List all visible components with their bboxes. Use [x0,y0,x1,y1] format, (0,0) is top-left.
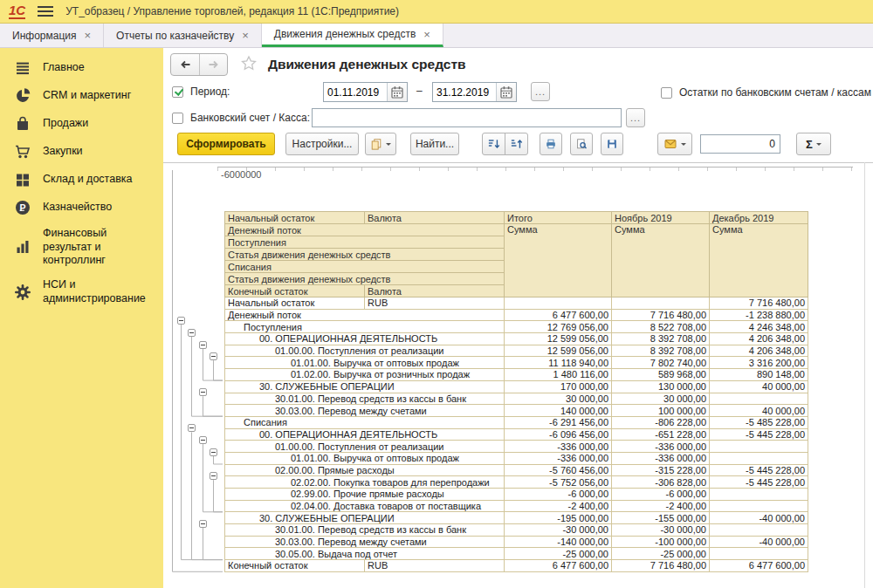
row-label-cell[interactable]: 01.00.00. Поступления от реализации [225,345,505,357]
collapse-group-button[interactable] [199,436,207,444]
value-cell[interactable]: -40 000,00 [710,512,808,524]
generate-report-button[interactable]: Сформировать [177,133,275,155]
value-cell[interactable]: 100 000,00 [612,405,710,417]
row-label-cell[interactable]: 01.02.00. Выручка от розничных продаж [225,369,505,381]
value-cell[interactable]: 40 000,00 [710,405,808,417]
collapse-group-button[interactable] [199,388,207,396]
header-cell[interactable]: Сумма [612,224,710,297]
value-cell[interactable]: 4 206 348,00 [710,345,808,357]
value-cell[interactable]: 6 477 600,00 [710,560,808,572]
row-label-cell[interactable]: 00. ОПЕРАЦИОННАЯ ДЕЯТЕЛЬНОСТЬ [225,333,505,345]
value-cell[interactable]: -5 485 228,00 [710,416,808,428]
value-cell[interactable] [710,524,808,537]
value-cell[interactable]: 7 802 740,00 [612,357,710,369]
sort-descending-button[interactable] [482,133,505,155]
value-cell[interactable]: -6 096 456,00 [505,428,612,441]
value-cell[interactable]: -336 000,00 [612,441,710,453]
row-label-cell[interactable]: 30. СЛУЖЕБНЫЕ ОПЕРАЦИИ [225,380,505,393]
close-tab-icon[interactable]: × [242,30,249,41]
back-button[interactable] [171,54,199,75]
value-cell[interactable]: -6 000,00 [612,489,710,501]
header-cell[interactable]: Поступления [225,236,505,249]
sidebar-item-1[interactable]: Главное [0,54,163,82]
header-cell[interactable]: Валюта [365,285,505,297]
value-cell[interactable]: 4 246 348,00 [710,321,808,333]
value-cell[interactable]: -5 445 228,00 [710,464,808,476]
row-label-cell[interactable]: 02.00.00. Прямые расходы [225,464,505,476]
value-cell[interactable]: -100 000,00 [612,536,710,548]
value-cell[interactable]: -5 445 228,00 [710,476,808,489]
value-cell[interactable] [710,452,808,464]
value-cell[interactable]: 8 392 708,00 [612,333,710,345]
header-cell[interactable]: Списания [225,261,505,273]
sum-button[interactable]: Σ [796,133,831,155]
value-cell[interactable]: 4 206 348,00 [710,333,808,345]
value-cell[interactable]: -306 828,00 [612,476,710,489]
balances-checkbox[interactable]: Остатки по банковским счетам / кассам [661,82,871,103]
row-label-cell[interactable]: 30.01.00. Перевод средств из кассы в бан… [225,524,505,537]
main-menu-icon[interactable] [38,6,53,17]
value-cell[interactable]: -140 000,00 [505,536,612,548]
value-cell[interactable]: -195 000,00 [505,512,612,524]
header-cell[interactable]: Валюта [365,212,505,224]
collapse-group-button[interactable] [210,448,217,456]
report-settings-button[interactable]: Настройки... [285,133,359,155]
value-cell[interactable]: -6 000,00 [505,489,612,501]
value-cell[interactable]: 12 599 056,00 [505,345,612,357]
row-label-cell[interactable]: 02.04.00. Доставка товаров от поставщика [225,500,505,512]
period-checkbox[interactable]: Период: [172,81,230,102]
header-cell[interactable]: Сумма [710,224,808,297]
scroll-area-divider[interactable] [864,162,865,588]
close-tab-icon[interactable]: × [423,29,430,40]
row-label-cell[interactable]: 30.03.00. Перевод между счетами [225,405,505,417]
value-cell[interactable]: -6 291 456,00 [505,416,612,428]
value-cell[interactable]: 40 000,00 [710,380,808,393]
currency-cell[interactable]: RUB [365,560,505,572]
sidebar-item-8[interactable]: НСИ и администрирование [0,273,163,311]
value-cell[interactable]: -5 752 056,00 [505,476,612,489]
account-input[interactable] [312,108,622,127]
value-cell[interactable] [612,297,710,310]
row-label-cell[interactable]: 02.99.00. Прочие прямые расходы [225,489,505,501]
favorite-star-icon[interactable] [240,55,258,74]
currency-cell[interactable]: RUB [365,297,505,310]
value-cell[interactable] [710,393,808,405]
value-cell[interactable]: -40 000,00 [710,536,808,548]
collapse-group-button[interactable] [188,329,196,337]
row-label-cell[interactable]: 00. ОПЕРАЦИОННАЯ ДЕЯТЕЛЬНОСТЬ [225,428,505,441]
row-label-cell[interactable]: 30.01.00. Перевод средств из кассы в бан… [225,393,505,405]
counter-field[interactable] [700,134,780,154]
period-to-input[interactable] [433,86,496,99]
value-cell[interactable]: 12 599 056,00 [505,333,612,345]
row-label-cell[interactable]: 30. СЛУЖЕБНЫЕ ОПЕРАЦИИ [225,512,505,524]
value-cell[interactable]: 6 477 600,00 [505,309,612,321]
header-cell[interactable]: Денежный поток [225,224,505,236]
value-cell[interactable]: -30 000,00 [612,524,710,537]
row-label-cell[interactable]: Конечный остаток [225,560,365,572]
value-cell[interactable]: 30 000,00 [505,393,612,405]
sort-ascending-button[interactable] [505,133,528,155]
collapse-group-button[interactable] [199,341,207,349]
sidebar-item-2[interactable]: CRM и маркетинг [0,82,163,110]
collapse-group-button[interactable] [210,352,217,360]
value-cell[interactable]: 7 716 480,00 [710,297,808,310]
value-cell[interactable]: -5 445 228,00 [710,428,808,441]
value-cell[interactable]: 3 316 200,00 [710,357,808,369]
account-checkbox[interactable]: Банковский счет / Касса: [172,107,310,128]
print-preview-button[interactable] [570,133,593,155]
value-cell[interactable]: 140 000,00 [505,405,612,417]
value-cell[interactable]: 12 769 056,00 [505,321,612,333]
sidebar-item-4[interactable]: Закупки [0,138,163,166]
forward-button[interactable] [199,54,227,75]
value-cell[interactable]: -806 228,00 [612,416,710,428]
value-cell[interactable]: -1 238 880,00 [710,309,808,321]
value-cell[interactable]: -336 000,00 [612,452,710,464]
header-cell[interactable]: Конечный остаток [225,285,365,297]
row-label-cell[interactable]: 01.00.00. Поступления от реализации [225,441,505,453]
value-cell[interactable]: 11 118 940,00 [505,357,612,369]
value-cell[interactable]: 130 000,00 [612,380,710,393]
send-email-button[interactable] [657,133,692,155]
header-cell[interactable]: Ноябрь 2019 [612,212,710,224]
value-cell[interactable]: 8 392 708,00 [612,345,710,357]
sidebar-item-3[interactable]: Продажи [0,110,163,138]
